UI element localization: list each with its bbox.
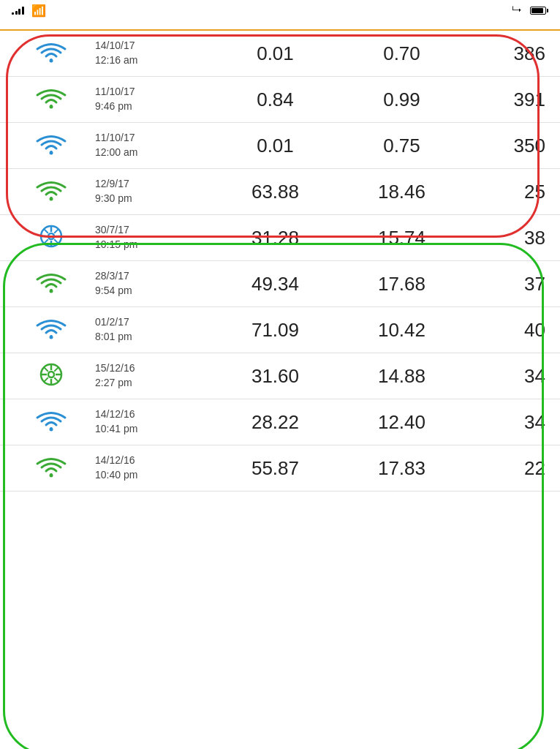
- download-cell: 31.28: [212, 227, 338, 249]
- download-value: 55.87: [251, 457, 299, 479]
- svg-line-11: [54, 239, 58, 244]
- date-cell: 30/7/17 10:15 pm: [95, 223, 212, 252]
- svg-line-25: [44, 377, 48, 382]
- svg-point-26: [50, 428, 53, 432]
- download-cell: 28.22: [212, 411, 338, 434]
- ping-cell: 25: [465, 181, 553, 203]
- svg-point-0: [50, 59, 53, 63]
- time-value: 12:16 am: [95, 54, 137, 66]
- date-cell: 11/10/17 9:46 pm: [95, 85, 212, 113]
- ping-value: 22: [524, 457, 545, 479]
- date-value: 01/2/17: [95, 316, 129, 328]
- date-cell: 14/10/17 12:16 am: [95, 39, 212, 67]
- download-cell: 63.88: [212, 181, 338, 203]
- time-value: 10:15 pm: [95, 238, 137, 250]
- network-type-cell: [7, 407, 95, 437]
- svg-line-22: [44, 367, 48, 372]
- ping-value: 40: [524, 319, 545, 341]
- download-value: 31.28: [251, 227, 299, 249]
- svg-point-27: [50, 474, 53, 478]
- lte-green-icon: [34, 378, 69, 391]
- table-row: 12/9/17 9:30 pm 63.88 18.46 25: [0, 169, 560, 215]
- date-cell: 14/12/16 10:41 pm: [95, 407, 212, 436]
- svg-line-13: [44, 239, 48, 244]
- wifi-blue-icon: [34, 148, 69, 160]
- table-row: 15/12/16 2:27 pm 31.60 14.88 34: [0, 353, 560, 399]
- table-row: 14/12/16 10:40 pm 55.87 17.83 22: [0, 445, 560, 492]
- svg-line-23: [54, 377, 58, 382]
- download-value: 63.88: [251, 181, 299, 203]
- download-value: 0.01: [257, 42, 294, 64]
- wifi-green-icon: [34, 470, 69, 483]
- ping-value: 391: [514, 89, 545, 110]
- network-type-cell: [7, 130, 95, 161]
- date-cell: 15/12/16 2:27 pm: [95, 361, 212, 390]
- date-value: 12/9/17: [95, 178, 129, 189]
- svg-point-17: [48, 372, 54, 377]
- ping-cell: 34: [465, 365, 553, 388]
- network-type-cell: [7, 453, 95, 483]
- upload-cell: 0.99: [338, 89, 465, 111]
- table-header: [0, 20, 560, 31]
- upload-value: 12.40: [378, 411, 425, 433]
- table-row: 11/10/17 9:46 pm 0.84 0.99 391: [0, 77, 560, 123]
- date-value: 11/10/17: [95, 86, 135, 97]
- download-value: 0.01: [257, 135, 294, 157]
- ping-value: 38: [524, 227, 545, 249]
- ping-value: 34: [524, 411, 545, 433]
- upload-value: 10.42: [378, 319, 425, 341]
- download-value: 71.09: [251, 319, 299, 341]
- download-cell: 55.87: [212, 457, 338, 480]
- table-row: 28/3/17 9:54 pm 49.34 17.68 37: [0, 261, 560, 307]
- date-cell: 14/12/16 10:40 pm: [95, 453, 212, 482]
- ping-value: 34: [524, 365, 545, 387]
- upload-cell: 10.42: [338, 319, 465, 342]
- upload-cell: 0.75: [338, 135, 465, 157]
- table-row: 01/2/17 8:01 pm 71.09 10.42 40: [0, 307, 560, 353]
- upload-value: 14.88: [378, 365, 425, 387]
- date-value: 14/10/17: [95, 39, 135, 51]
- date-cell: 01/2/17 8:01 pm: [95, 315, 212, 344]
- wifi-green-icon: [34, 102, 69, 114]
- date-value: 14/12/16: [95, 454, 135, 466]
- svg-point-5: [48, 233, 54, 239]
- download-cell: 0.01: [212, 135, 338, 157]
- svg-line-24: [54, 367, 58, 372]
- wifi-blue-icon: [34, 424, 69, 437]
- ping-cell: 38: [465, 227, 553, 249]
- status-bar: 📶 ⮡: [0, 0, 560, 20]
- status-left: 📶: [12, 4, 46, 18]
- signal-bars-icon: [12, 6, 24, 15]
- battery-icon: [530, 7, 548, 15]
- upload-cell: 18.46: [338, 181, 465, 203]
- ping-value: 386: [514, 42, 545, 64]
- download-cell: 49.34: [212, 273, 338, 296]
- upload-value: 17.83: [378, 457, 425, 479]
- wifi-green-icon: [34, 194, 69, 206]
- ping-cell: 34: [465, 411, 553, 434]
- time-value: 10:41 pm: [95, 423, 137, 434]
- date-cell: 11/10/17 12:00 am: [95, 131, 212, 159]
- ping-cell: 391: [465, 89, 553, 111]
- date-cell: 12/9/17 9:30 pm: [95, 177, 212, 206]
- date-value: 11/10/17: [95, 132, 135, 143]
- upload-cell: 14.88: [338, 365, 465, 388]
- ping-value: 25: [524, 181, 545, 203]
- date-value: 30/7/17: [95, 224, 129, 236]
- network-type-cell: [7, 315, 95, 345]
- download-cell: 71.09: [212, 319, 338, 342]
- network-type-cell: [7, 176, 95, 207]
- download-cell: 0.84: [212, 89, 338, 111]
- time-value: 9:30 pm: [95, 192, 132, 204]
- ping-cell: 350: [465, 135, 553, 157]
- status-right: ⮡: [512, 5, 548, 16]
- download-value: 28.22: [251, 411, 299, 433]
- table-row: 11/10/17 12:00 am 0.01 0.75 350: [0, 123, 560, 169]
- upload-value: 0.99: [383, 89, 420, 110]
- upload-value: 0.70: [383, 42, 420, 64]
- download-value: 0.84: [257, 89, 294, 110]
- download-value: 31.60: [251, 365, 299, 387]
- upload-value: 18.46: [378, 181, 425, 203]
- ping-cell: 40: [465, 319, 553, 342]
- svg-point-14: [50, 290, 53, 293]
